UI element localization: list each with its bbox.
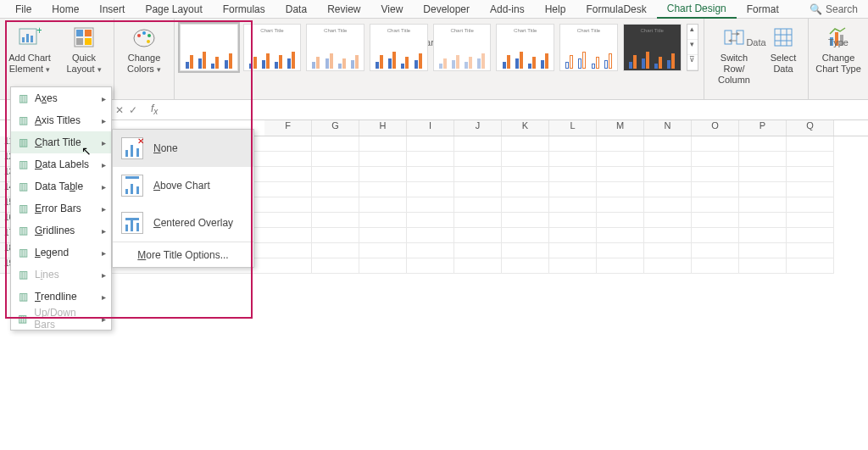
cell[interactable] (739, 182, 787, 197)
menu-help[interactable]: Help (535, 0, 576, 19)
cell[interactable] (597, 136, 644, 152)
cell[interactable] (264, 182, 312, 197)
cell[interactable] (407, 136, 454, 152)
chart-style-5[interactable]: Chart Title (433, 24, 492, 71)
cell[interactable] (312, 182, 359, 197)
menu-file[interactable]: File (5, 0, 42, 19)
cell[interactable] (359, 243, 407, 258)
chart-title-none[interactable]: ✕ None (113, 130, 253, 167)
cell[interactable] (739, 258, 787, 274)
cell[interactable] (264, 228, 312, 243)
cell[interactable] (739, 152, 787, 167)
cell[interactable] (502, 197, 549, 213)
cell[interactable] (264, 258, 312, 274)
cell[interactable] (407, 213, 454, 228)
formula-input[interactable] (166, 101, 868, 119)
cell[interactable] (502, 167, 549, 182)
cell[interactable] (644, 152, 692, 167)
cell[interactable] (359, 197, 407, 213)
cell[interactable] (549, 258, 597, 274)
ace-axis-titles[interactable]: ▥Axis Titles▸ (11, 109, 111, 131)
menu-data[interactable]: Data (275, 0, 317, 19)
cell[interactable] (454, 152, 502, 167)
fx-icon[interactable]: fx (142, 103, 166, 116)
cell[interactable] (454, 258, 502, 274)
cell[interactable] (312, 136, 359, 152)
cell[interactable] (264, 167, 312, 182)
cell[interactable] (787, 197, 834, 213)
cell[interactable] (454, 243, 502, 258)
cell[interactable] (692, 182, 739, 197)
cell[interactable] (312, 228, 359, 243)
menu-page-layout[interactable]: Page Layout (135, 0, 212, 19)
cell[interactable] (644, 243, 692, 258)
cell[interactable] (264, 213, 312, 228)
cell[interactable] (739, 243, 787, 258)
cell[interactable] (787, 167, 834, 182)
cell[interactable] (359, 213, 407, 228)
cell[interactable] (692, 258, 739, 274)
cell[interactable] (787, 152, 834, 167)
chart-style-6[interactable]: Chart Title (496, 24, 554, 71)
col-header-I[interactable]: I (407, 120, 454, 136)
chart-style-3[interactable]: Chart Title (306, 24, 364, 71)
cell[interactable] (549, 213, 597, 228)
ace-gridlines[interactable]: ▥Gridlines▸ (11, 219, 111, 242)
cell[interactable] (644, 213, 692, 228)
cell[interactable] (359, 228, 407, 243)
menu-home[interactable]: Home (42, 0, 89, 19)
cell[interactable] (359, 136, 407, 152)
ace-chart-title[interactable]: ▥Chart Title▸ (11, 131, 111, 153)
col-header-N[interactable]: N (644, 120, 692, 136)
ace-data-labels[interactable]: ▥Data Labels▸ (11, 153, 111, 175)
cell[interactable] (644, 182, 692, 197)
cell[interactable] (502, 136, 549, 152)
cell[interactable] (549, 136, 597, 152)
cell[interactable] (264, 243, 312, 258)
cell[interactable] (692, 228, 739, 243)
cell[interactable] (549, 182, 597, 197)
menu-add-ins[interactable]: Add-ins (480, 0, 535, 19)
col-header-P[interactable]: P (739, 120, 787, 136)
ace-axes[interactable]: ▥Axes▸ (11, 87, 111, 109)
menu-developer[interactable]: Developer (413, 0, 480, 19)
cell[interactable] (549, 152, 597, 167)
cell[interactable] (787, 136, 834, 152)
cell[interactable] (312, 258, 359, 274)
chart-styles-gallery[interactable]: Chart TitleChart TitleChart TitleChart T… (180, 20, 698, 36)
ace-error-bars[interactable]: ▥Error Bars▸ (11, 197, 111, 219)
col-header-O[interactable]: O (692, 120, 739, 136)
ace-data-table[interactable]: ▥Data Table▸ (11, 175, 111, 197)
cell[interactable] (739, 136, 787, 152)
chart-style-1[interactable] (180, 24, 238, 71)
cell[interactable] (597, 197, 644, 213)
cell[interactable] (407, 228, 454, 243)
cell[interactable] (692, 213, 739, 228)
menu-format[interactable]: Format (737, 0, 789, 19)
cell[interactable] (644, 258, 692, 274)
cell[interactable] (787, 243, 834, 258)
menu-chart-design[interactable]: Chart Design (657, 0, 737, 19)
cell[interactable] (264, 136, 312, 152)
cell[interactable] (787, 228, 834, 243)
cell[interactable] (454, 228, 502, 243)
cell[interactable] (692, 136, 739, 152)
switch-row-column-button[interactable]: Switch Row/ Column (709, 20, 759, 86)
cell[interactable] (787, 213, 834, 228)
cell[interactable] (454, 197, 502, 213)
menu-formulas[interactable]: Formulas (213, 0, 275, 19)
cell[interactable] (549, 167, 597, 182)
col-header-K[interactable]: K (502, 120, 549, 136)
chart-title-centered[interactable]: Centered Overlay (113, 204, 253, 242)
cell[interactable] (739, 228, 787, 243)
cell[interactable] (502, 182, 549, 197)
cell[interactable] (502, 258, 549, 274)
col-header-Q[interactable]: Q (787, 120, 834, 136)
menu-insert[interactable]: Insert (89, 0, 135, 19)
chart-style-7[interactable]: Chart Title (559, 24, 618, 71)
cell[interactable] (454, 136, 502, 152)
cell[interactable] (502, 213, 549, 228)
chart-title-above[interactable]: Above Chart (113, 167, 253, 204)
cell[interactable] (787, 182, 834, 197)
cell[interactable] (407, 182, 454, 197)
